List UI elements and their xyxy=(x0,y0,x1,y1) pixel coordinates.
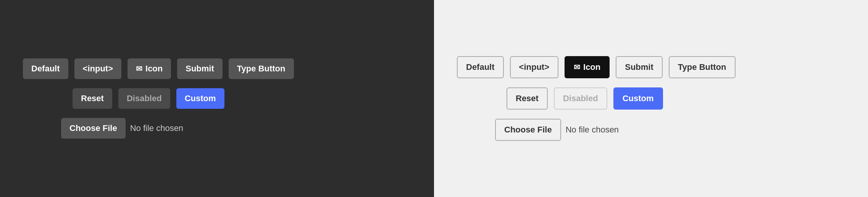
dark-submit-button[interactable]: Submit xyxy=(177,58,223,79)
light-icon-label: Icon xyxy=(583,62,600,72)
dark-default-button[interactable]: Default xyxy=(23,58,68,79)
light-default-button[interactable]: Default xyxy=(457,56,504,78)
light-type-button-button[interactable]: Type Button xyxy=(669,56,736,78)
light-custom-button[interactable]: Custom xyxy=(613,87,663,110)
dark-type-button-button[interactable]: Type Button xyxy=(229,58,294,79)
light-choose-file-button[interactable]: Choose File xyxy=(495,119,561,141)
dark-choose-file-button[interactable]: Choose File xyxy=(61,118,126,139)
dark-input-button[interactable]: <input> xyxy=(74,58,121,79)
dark-submit-label: Submit xyxy=(186,64,214,74)
light-row-2: Reset Disabled Custom xyxy=(457,87,663,110)
light-no-file-text: No file chosen xyxy=(566,125,619,135)
light-custom-label: Custom xyxy=(623,94,654,103)
light-input-button[interactable]: <input> xyxy=(510,56,558,78)
light-reset-label: Reset xyxy=(516,94,539,103)
dark-row-1: Default <input> ✉ Icon Submit Type Butto… xyxy=(23,58,294,79)
light-submit-label: Submit xyxy=(625,62,653,72)
dark-file-input-container: Choose File No file chosen xyxy=(61,118,183,139)
dark-icon-button[interactable]: ✉ Icon xyxy=(127,58,171,79)
light-reset-button[interactable]: Reset xyxy=(507,87,548,110)
dark-choose-file-label: Choose File xyxy=(69,123,117,133)
light-icon-button[interactable]: ✉ Icon xyxy=(565,56,610,78)
light-type-button-label: Type Button xyxy=(678,62,726,72)
light-file-input-container: Choose File No file chosen xyxy=(495,119,619,141)
dark-disabled-button: Disabled xyxy=(118,88,170,109)
envelope-icon-light: ✉ xyxy=(574,63,580,72)
dark-type-button-label: Type Button xyxy=(237,64,286,74)
dark-reset-button[interactable]: Reset xyxy=(73,88,112,109)
light-default-label: Default xyxy=(466,62,495,72)
dark-input-label: <input> xyxy=(83,64,113,74)
light-input-label: <input> xyxy=(519,62,549,72)
light-row-1: Default <input> ✉ Icon Submit Type Butto… xyxy=(457,56,736,78)
light-row-3: Choose File No file chosen xyxy=(457,119,619,141)
dark-row-3: Choose File No file chosen xyxy=(23,118,183,139)
dark-default-label: Default xyxy=(31,64,60,74)
dark-disabled-label: Disabled xyxy=(127,94,162,103)
light-disabled-button: Disabled xyxy=(554,87,607,110)
light-submit-button[interactable]: Submit xyxy=(616,56,663,78)
dark-panel: Default <input> ✉ Icon Submit Type Butto… xyxy=(0,0,434,197)
envelope-icon: ✉ xyxy=(136,64,142,73)
dark-custom-label: Custom xyxy=(185,94,216,103)
dark-custom-button[interactable]: Custom xyxy=(176,88,224,109)
dark-row-2: Reset Disabled Custom xyxy=(23,88,224,109)
dark-no-file-text: No file chosen xyxy=(130,123,183,133)
light-disabled-label: Disabled xyxy=(563,94,598,103)
light-choose-file-label: Choose File xyxy=(504,125,552,134)
dark-reset-label: Reset xyxy=(81,94,104,103)
light-panel: Default <input> ✉ Icon Submit Type Butto… xyxy=(434,0,868,197)
dark-icon-label: Icon xyxy=(145,64,163,74)
